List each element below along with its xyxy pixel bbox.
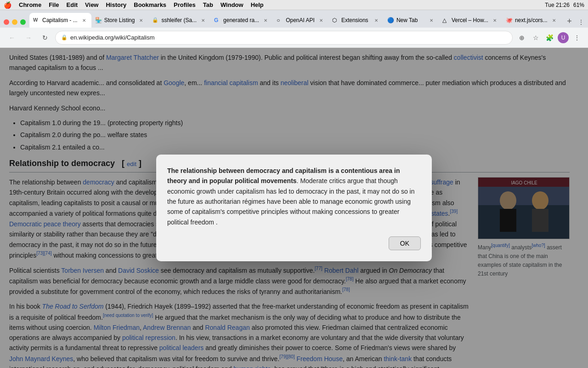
tab-label-openai: OpenAI API — [286, 17, 315, 23]
tab-favicon-store: 🏪 — [95, 17, 102, 23]
tab-bar: W Capitalism - ... ✕ 🏪 Store Listing ✕ 🔒… — [0, 10, 588, 28]
tab-close-ssh[interactable]: ✕ — [199, 17, 207, 24]
tab-close-openai[interactable]: ✕ — [317, 17, 325, 24]
tab-store[interactable]: 🏪 Store Listing ✕ — [91, 13, 149, 28]
tab-openai[interactable]: ○ OpenAI API ✕ — [273, 13, 328, 28]
apple-menu[interactable]: 🍎 — [4, 1, 11, 9]
tab-favicon-openai: ○ — [277, 17, 283, 23]
tab-label-github: next.js/cors... — [515, 17, 548, 23]
menu-bar-time: Tue 21:26 — [545, 2, 570, 8]
page-content: United States (1981-1989) and of Margare… — [0, 48, 588, 368]
new-tab-button[interactable]: + — [563, 15, 576, 28]
help-menu[interactable]: Help — [251, 1, 264, 8]
tab-label-newtab: New Tab — [396, 17, 425, 23]
security-lock-icon: 🔒 — [61, 34, 68, 40]
tab-close-github[interactable]: ✕ — [550, 17, 558, 24]
tab-close-generated[interactable]: ✕ — [262, 17, 269, 24]
tab-close-newtab[interactable]: ✕ — [428, 17, 435, 24]
history-menu[interactable]: History — [106, 1, 126, 8]
url-text: en.wikipedia.org/wiki/Capitalism — [70, 34, 155, 41]
tab-label-vercel: Vercel – How... — [452, 17, 488, 23]
modal-dialog: The relationship between democracy and c… — [156, 155, 432, 261]
tab-label-capitalism: Capitalism - ... — [42, 17, 78, 23]
address-bar-right: ⊕ ☆ 🧩 U ⋮ — [516, 32, 582, 43]
tab-newtab[interactable]: 🔵 New Tab ✕ — [384, 13, 439, 28]
tab-favicon-newtab: 🔵 — [387, 17, 394, 23]
modal-actions: OK — [167, 236, 421, 250]
app-name-menu[interactable]: Chrome — [19, 1, 41, 8]
bookmark-icon[interactable]: ☆ — [530, 32, 541, 43]
window-controls — [4, 19, 26, 28]
tab-label-generated: generated ra... — [223, 17, 259, 23]
tab-label-extensions: Extensions — [341, 17, 370, 23]
tab-menu[interactable]: Tab — [203, 1, 213, 8]
profile-avatar[interactable]: U — [558, 32, 569, 43]
browser-window: W Capitalism - ... ✕ 🏪 Store Listing ✕ 🔒… — [0, 10, 588, 368]
modal-ok-button[interactable]: OK — [389, 236, 421, 250]
view-menu[interactable]: View — [85, 1, 98, 8]
tab-favicon-vercel: △ — [442, 17, 449, 23]
tab-label-ssh: sshleifer (Sa... — [161, 17, 197, 23]
tab-favicon-capitalism: W — [33, 17, 40, 23]
tab-label-store: Store Listing — [104, 17, 135, 23]
tab-favicon-github: 🐙 — [506, 17, 512, 23]
menu-bar: 🍎 Chrome File Edit View History Bookmark… — [0, 0, 588, 10]
url-bar[interactable]: 🔒 en.wikipedia.org/wiki/Capitalism — [55, 31, 513, 45]
tab-close-extensions[interactable]: ✕ — [373, 17, 380, 24]
profiles-menu[interactable]: Profiles — [174, 1, 196, 8]
window-menu[interactable]: Window — [220, 1, 243, 8]
tab-vercel[interactable]: △ Vercel – How... ✕ — [439, 13, 502, 28]
close-window-btn[interactable] — [4, 19, 9, 25]
tab-close-capitalism[interactable]: ✕ — [80, 17, 88, 24]
file-menu[interactable]: File — [49, 1, 59, 8]
tab-list-icon[interactable]: ⋮ — [578, 18, 584, 26]
forward-button[interactable]: → — [22, 31, 35, 44]
tab-close-vercel[interactable]: ✕ — [491, 17, 498, 24]
tab-github[interactable]: 🐙 next.js/cors... ✕ — [502, 13, 561, 28]
tab-favicon-ssh: 🔒 — [152, 17, 158, 23]
extensions-puzzle-icon[interactable]: 🧩 — [544, 32, 555, 43]
tab-favicon-extensions: ⬡ — [332, 17, 339, 23]
tab-bar-extras: ⋮ — [578, 18, 584, 28]
tab-generated[interactable]: G generated ra... ✕ — [210, 13, 273, 28]
chrome-menu-icon[interactable]: ⋮ — [571, 32, 582, 43]
tab-capitalism[interactable]: W Capitalism - ... ✕ — [29, 13, 91, 28]
tab-close-store[interactable]: ✕ — [137, 17, 145, 24]
reload-button[interactable]: ↻ — [39, 31, 51, 44]
bookmarks-menu[interactable]: Bookmarks — [134, 1, 166, 8]
address-bar: ← → ↻ 🔒 en.wikipedia.org/wiki/Capitalism… — [0, 28, 588, 48]
tab-ssh[interactable]: 🔒 sshleifer (Sa... ✕ — [148, 13, 210, 28]
edit-menu[interactable]: Edit — [67, 1, 78, 8]
maximize-window-btn[interactable] — [20, 19, 26, 25]
tab-favicon-generated: G — [214, 17, 220, 23]
modal-overlay: The relationship between democracy and c… — [0, 48, 588, 368]
minimize-window-btn[interactable] — [12, 19, 17, 25]
translate-icon[interactable]: ⊕ — [516, 32, 527, 43]
menu-bar-right: Tue 21:26 61% — [545, 2, 584, 8]
back-button[interactable]: ← — [6, 31, 18, 44]
modal-text: The relationship between democracy and c… — [167, 166, 421, 227]
menu-bar-battery: 61% — [573, 2, 584, 8]
tab-extensions[interactable]: ⬡ Extensions ✕ — [328, 13, 384, 28]
